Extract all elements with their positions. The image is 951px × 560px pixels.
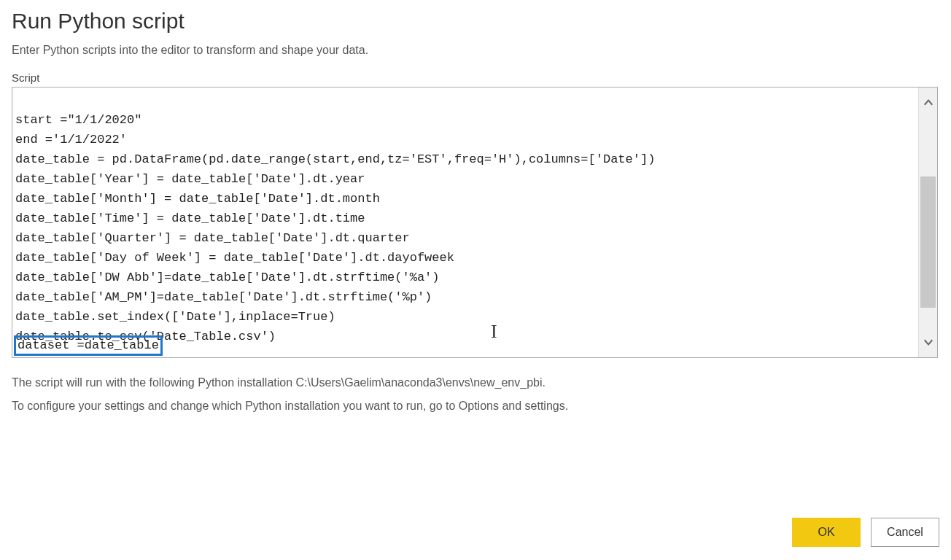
script-line: date_table.set_index(['Date'],inplace=Tr… <box>15 310 335 324</box>
script-line: date_table['Time'] = date_table['Date'].… <box>15 211 365 225</box>
script-label: Script <box>12 71 939 84</box>
ok-button[interactable]: OK <box>792 518 861 547</box>
dialog-buttons: OK Cancel <box>792 518 939 547</box>
python-settings-info: To configure your settings and change wh… <box>12 394 939 418</box>
script-line: date_table['Month'] = date_table['Date']… <box>15 192 380 206</box>
script-line: start ="1/1/2020" <box>15 113 141 127</box>
script-line: date_table['DW Abb']=date_table['Date'].… <box>15 271 440 284</box>
chevron-up-icon <box>923 96 934 108</box>
cancel-button[interactable]: Cancel <box>871 518 939 547</box>
scroll-thumb[interactable] <box>920 176 936 308</box>
scroll-down-button[interactable] <box>919 328 937 357</box>
script-editor[interactable]: start ="1/1/2020" end ='1/1/2022' date_t… <box>12 87 938 358</box>
script-content[interactable]: start ="1/1/2020" end ='1/1/2022' date_t… <box>12 88 918 357</box>
script-line: date_table = pd.DataFrame(pd.date_range(… <box>15 152 655 166</box>
text-cursor-icon: I <box>491 322 497 341</box>
vertical-scrollbar[interactable] <box>918 88 937 357</box>
scroll-up-button[interactable] <box>919 88 937 117</box>
chevron-down-icon <box>923 337 934 349</box>
script-line: date_table['Year'] = date_table['Date'].… <box>15 172 365 186</box>
script-line: date_table['AM_PM']=date_table['Date'].d… <box>15 290 432 304</box>
script-line: date_table['Day of Week'] = date_table['… <box>15 251 454 265</box>
script-line: date_table['Quarter'] = date_table['Date… <box>15 231 410 245</box>
scroll-track[interactable] <box>919 117 937 328</box>
highlighted-script-line: dataset =date_table <box>14 335 163 356</box>
dialog-title: Run Python script <box>12 9 939 34</box>
python-install-info: The script will run with the following P… <box>12 371 939 394</box>
dialog-subtitle: Enter Python scripts into the editor to … <box>12 44 939 57</box>
script-line: end ='1/1/2022' <box>15 133 127 147</box>
